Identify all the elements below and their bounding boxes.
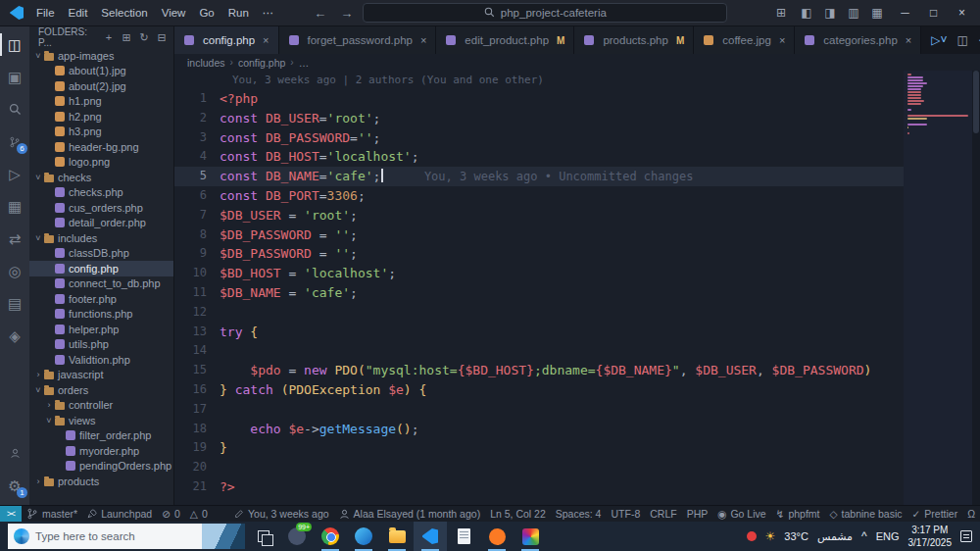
tab-forget-password-php[interactable]: forget_password.php× bbox=[279, 26, 437, 54]
minimize-button[interactable]: ─ bbox=[891, 0, 919, 25]
code-line-12[interactable]: 12 bbox=[174, 303, 904, 323]
edge-taskbar-icon[interactable] bbox=[347, 522, 380, 551]
tree-folder-javascript[interactable]: ›javascript bbox=[29, 368, 173, 383]
close-tab-icon[interactable]: × bbox=[263, 34, 269, 46]
vscode-taskbar-icon[interactable] bbox=[414, 522, 447, 551]
tree-file-about-1-jpg[interactable]: about(1).jpg bbox=[29, 64, 173, 79]
tree-folder-app-images[interactable]: ˅app-images bbox=[29, 48, 173, 64]
tab-edit-product-php[interactable]: edit_product.phpM bbox=[436, 26, 574, 54]
tree-file-h3-png[interactable]: h3.png bbox=[29, 125, 173, 140]
tree-file-h2-png[interactable]: h2.png bbox=[29, 109, 173, 125]
tree-file-detail-order-php[interactable]: detail_order.php bbox=[29, 216, 173, 231]
tree-file-header-bg-png[interactable]: header-bg.png bbox=[29, 139, 173, 155]
code-line-20[interactable]: 20 bbox=[174, 458, 904, 477]
source-control-icon[interactable]: 6 bbox=[0, 125, 29, 158]
status-master[interactable]: master* bbox=[22, 506, 82, 523]
settings-icon[interactable]: ⚙1 bbox=[0, 470, 29, 502]
code-line-17[interactable]: 17 bbox=[174, 400, 904, 420]
status-bell-icon[interactable]: Ω bbox=[962, 506, 980, 523]
database-icon[interactable]: ▤ bbox=[0, 287, 29, 320]
code-line-11[interactable]: 11$DB_NAME = 'cafe'; bbox=[174, 283, 904, 303]
code-line-5[interactable]: 5const DB_NAME='cafe';You, 3 weeks ago •… bbox=[174, 167, 904, 186]
split-editor-icon[interactable]: ◫ bbox=[956, 33, 967, 47]
search-icon[interactable] bbox=[0, 93, 29, 125]
tree-file-filter-order-php[interactable]: filter_order.php bbox=[29, 428, 173, 444]
status-ln-5-col-22[interactable]: Ln 5, Col 22 bbox=[485, 506, 551, 523]
menu-item[interactable]: ⋯ bbox=[256, 0, 281, 25]
tree-file-myorder-php[interactable]: myorder.php bbox=[29, 443, 173, 459]
tree-file-logo-png[interactable]: logo.png bbox=[29, 155, 173, 171]
code-line-7[interactable]: 7$DB_USER = 'root'; bbox=[174, 206, 904, 225]
code-line-2[interactable]: 2const DB_USER='root'; bbox=[174, 109, 904, 128]
tree-file-about-2-jpg[interactable]: about(2).jpg bbox=[29, 78, 173, 94]
tree-file-checks-php[interactable]: checks.php bbox=[29, 185, 173, 201]
weather-temp[interactable]: 33°C bbox=[784, 530, 808, 542]
code-line-15[interactable]: 15 $pdo = new PDO("mysql:host={$BD_HOST}… bbox=[174, 361, 904, 380]
status-phpfmt[interactable]: ↯phpfmt bbox=[771, 506, 825, 523]
menu-file[interactable]: File bbox=[29, 0, 62, 25]
menu-run[interactable]: Run bbox=[221, 0, 256, 25]
action-center-icon[interactable] bbox=[960, 530, 972, 542]
customize-layout-icon[interactable]: ▦ bbox=[865, 0, 889, 25]
notepad-taskbar-icon[interactable] bbox=[447, 522, 480, 551]
tree-file-utils-php[interactable]: utils.php bbox=[29, 337, 173, 353]
status-crlf[interactable]: CRLF bbox=[645, 506, 681, 523]
menu-edit[interactable]: Edit bbox=[62, 0, 95, 25]
tab-products-php[interactable]: products.phpM bbox=[574, 26, 694, 54]
refresh-icon[interactable]: ↻ bbox=[137, 31, 151, 44]
back-icon[interactable]: ← bbox=[314, 6, 326, 21]
code-area[interactable]: You, 3 weeks ago | 2 authors (You and on… bbox=[174, 71, 904, 505]
tab-categories-php[interactable]: categories.php× bbox=[795, 26, 921, 54]
new-folder-icon[interactable]: ⊞ bbox=[120, 31, 133, 44]
menu-view[interactable]: View bbox=[155, 0, 193, 25]
tree-file-helper-php[interactable]: helper.php bbox=[29, 322, 173, 337]
code-line-18[interactable]: 18 echo $e->getMessage(); bbox=[174, 420, 904, 439]
remote-indicator[interactable]: >< bbox=[0, 506, 22, 523]
red-dot-tray-icon[interactable] bbox=[747, 531, 757, 541]
photos-taskbar-icon[interactable] bbox=[514, 522, 547, 551]
new-file-icon[interactable]: + bbox=[102, 31, 116, 44]
tree-folder-checks[interactable]: ˅checks bbox=[29, 170, 173, 185]
tree-file-validtion-php[interactable]: Validtion.php bbox=[29, 352, 173, 368]
tree-file-connect-to-db-php[interactable]: connect_to_db.php bbox=[29, 276, 173, 292]
tree-folder-controller[interactable]: ›controller bbox=[29, 398, 173, 414]
command-center-search[interactable]: php_project-cafeteria bbox=[363, 3, 727, 23]
remote-status-icon[interactable]: ⊞ bbox=[769, 0, 793, 25]
toggle-secondary-sidebar-icon[interactable]: ▥ bbox=[842, 0, 865, 25]
explorer-icon[interactable]: ◫ bbox=[0, 28, 29, 61]
scrollbar-thumb[interactable] bbox=[973, 71, 979, 133]
accounts-icon[interactable] bbox=[0, 437, 29, 470]
tree-file-cus-orders-php[interactable]: cus_orders.php bbox=[29, 200, 173, 216]
chrome-taskbar-icon[interactable] bbox=[314, 522, 347, 551]
task-view-taskbar-icon[interactable] bbox=[247, 522, 280, 551]
clock[interactable]: 3:17 PM 3/17/2025 bbox=[908, 524, 953, 549]
status-prettier[interactable]: ✓Prettier bbox=[906, 506, 962, 523]
breadcrumb-item-config-php[interactable]: config.php bbox=[238, 57, 285, 69]
code-line-9[interactable]: 9$DB_PASSWORD = ''; bbox=[174, 244, 904, 264]
code-line-16[interactable]: 16} catch (PDOException $e) { bbox=[174, 380, 904, 400]
code-line-14[interactable]: 14 bbox=[174, 341, 904, 361]
editor-scrollbar[interactable] bbox=[972, 71, 980, 505]
run-debug-icon[interactable]: ▷ bbox=[0, 158, 29, 190]
xampp-taskbar-icon[interactable] bbox=[480, 522, 514, 551]
code-line-8[interactable]: 8$DB_PASSWORD = ''; bbox=[174, 225, 904, 245]
tree-file-pendingorders-php[interactable]: pendingOrders.php bbox=[29, 459, 173, 475]
code-line-21[interactable]: 21?> bbox=[174, 477, 904, 497]
minimap[interactable] bbox=[904, 71, 972, 505]
menu-selection[interactable]: Selection bbox=[94, 0, 154, 25]
maximize-button[interactable]: □ bbox=[919, 0, 948, 25]
taskbar-search[interactable]: Type here to search bbox=[8, 524, 245, 549]
status-go-live[interactable]: ◉Go Live bbox=[712, 506, 770, 523]
status-launchpad[interactable]: Launchpad bbox=[82, 506, 157, 523]
chat-taskbar-icon[interactable]: 99+ bbox=[280, 522, 314, 551]
gitlens-authors-annotation[interactable]: You, 3 weeks ago | 2 authors (You and on… bbox=[174, 71, 904, 89]
status-php[interactable]: PHP bbox=[682, 506, 713, 523]
status-you-3-weeks-ago[interactable]: You, 3 weeks ago bbox=[229, 506, 334, 523]
toggle-primary-sidebar-icon[interactable]: ◧ bbox=[795, 0, 818, 25]
tree-file-config-php[interactable]: config.php bbox=[29, 261, 173, 276]
weather-desc[interactable]: مشمس bbox=[817, 530, 853, 543]
tab-coffee-jpg[interactable]: coffee.jpg× bbox=[694, 26, 795, 54]
tree-file-classdb-php[interactable]: classDB.php bbox=[29, 246, 173, 262]
status-0[interactable]: ⊘0 bbox=[157, 506, 185, 523]
code-line-19[interactable]: 19} bbox=[174, 438, 904, 458]
